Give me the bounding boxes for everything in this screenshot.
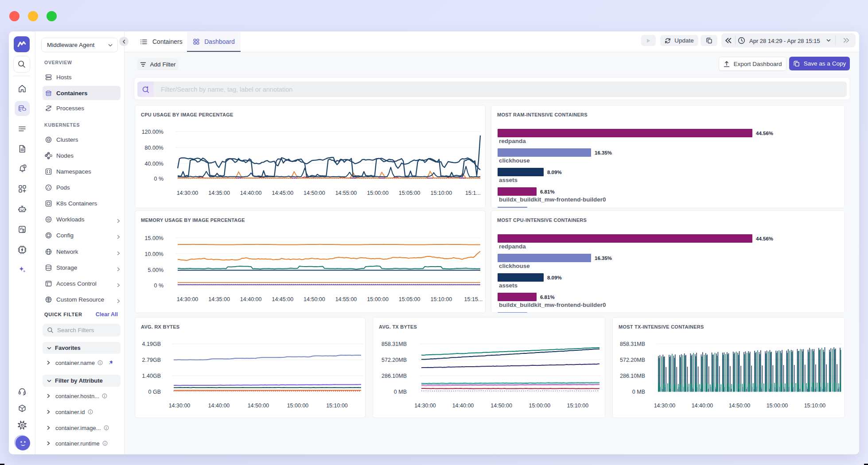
svg-text:15:05:00: 15:05:00	[399, 296, 420, 302]
svg-text:14:35:00: 14:35:00	[208, 190, 230, 196]
svg-text:14:30:00: 14:30:00	[414, 403, 436, 409]
svg-text:858.31MB: 858.31MB	[620, 341, 645, 347]
svg-text:4.19GB: 4.19GB	[142, 341, 161, 347]
svg-text:14:40:00: 14:40:00	[240, 296, 262, 302]
svg-text:5.00%: 5.00%	[148, 267, 163, 273]
svg-text:14:30:00: 14:30:00	[169, 403, 191, 409]
svg-text:14:30:00: 14:30:00	[177, 190, 199, 196]
svg-text:0 GB: 0 GB	[148, 389, 161, 395]
svg-text:2.79GB: 2.79GB	[142, 357, 161, 363]
svg-text:14:50:00: 14:50:00	[248, 403, 269, 409]
svg-text:10.00%: 10.00%	[145, 251, 163, 257]
svg-text:14:40:00: 14:40:00	[240, 190, 262, 196]
svg-text:15:1...: 15:1...	[465, 190, 481, 196]
svg-text:80.00%: 80.00%	[145, 145, 163, 151]
svg-text:14:30:00: 14:30:00	[177, 296, 199, 302]
svg-text:14:45:00: 14:45:00	[272, 190, 293, 196]
svg-text:14:45:00: 14:45:00	[272, 296, 293, 302]
svg-text:120.00%: 120.00%	[142, 129, 163, 135]
svg-text:14:35:00: 14:35:00	[208, 296, 230, 302]
svg-text:14:40:00: 14:40:00	[452, 403, 474, 409]
svg-text:15:05:00: 15:05:00	[399, 190, 420, 196]
svg-text:14:50:00: 14:50:00	[729, 403, 751, 409]
svg-text:14:40:00: 14:40:00	[208, 403, 230, 409]
svg-text:1.40GB: 1.40GB	[142, 373, 161, 379]
svg-text:858.31MB: 858.31MB	[381, 341, 407, 347]
svg-text:15:10:00: 15:10:00	[804, 403, 826, 409]
svg-text:0 %: 0 %	[154, 283, 163, 289]
svg-text:14:40:00: 14:40:00	[692, 403, 713, 409]
svg-text:15:00:00: 15:00:00	[287, 403, 309, 409]
svg-text:15:10:00: 15:10:00	[430, 190, 452, 196]
svg-text:15:00:00: 15:00:00	[529, 403, 551, 409]
svg-text:14:55:00: 14:55:00	[335, 296, 357, 302]
svg-text:15:10:00: 15:10:00	[567, 403, 588, 409]
svg-text:15:00:00: 15:00:00	[367, 296, 389, 302]
svg-text:15:00:00: 15:00:00	[367, 190, 389, 196]
svg-text:0 MB: 0 MB	[632, 389, 645, 395]
svg-text:14:50:00: 14:50:00	[490, 403, 512, 409]
svg-text:15.00%: 15.00%	[145, 235, 163, 241]
svg-text:286.10MB: 286.10MB	[620, 373, 645, 379]
svg-text:286.10MB: 286.10MB	[381, 373, 407, 379]
svg-text:15:10:00: 15:10:00	[326, 403, 348, 409]
svg-text:572.20MB: 572.20MB	[620, 357, 645, 363]
svg-text:15:10:00: 15:10:00	[430, 296, 452, 302]
svg-text:40.00%: 40.00%	[145, 161, 163, 167]
svg-text:0 %: 0 %	[154, 176, 163, 182]
svg-text:14:50:00: 14:50:00	[304, 190, 325, 196]
svg-text:572.20MB: 572.20MB	[381, 357, 407, 363]
svg-text:14:55:00: 14:55:00	[335, 190, 357, 196]
svg-text:14:50:00: 14:50:00	[304, 296, 325, 302]
svg-text:14:30:00: 14:30:00	[654, 403, 676, 409]
svg-text:15:15...: 15:15...	[464, 296, 483, 302]
svg-text:15:00:00: 15:00:00	[767, 403, 788, 409]
svg-text:0 MB: 0 MB	[394, 389, 407, 395]
